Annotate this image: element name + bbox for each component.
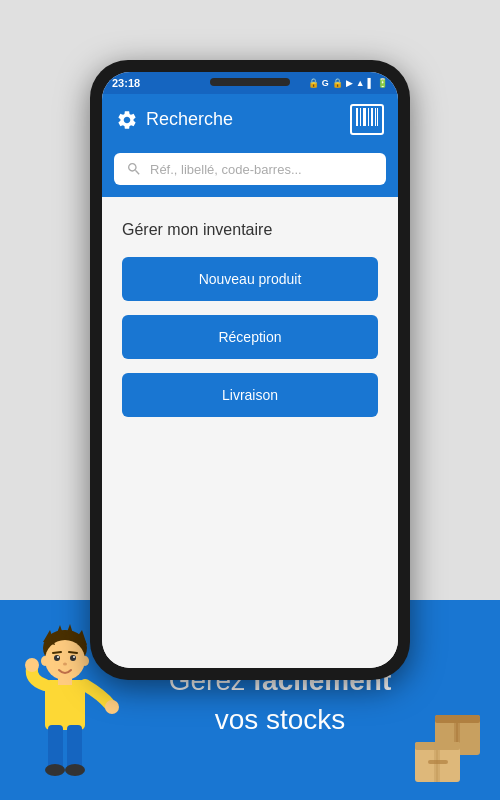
svg-rect-33 [360, 108, 361, 126]
svg-rect-16 [58, 675, 72, 685]
svg-rect-32 [356, 108, 358, 126]
main-content: Gérer mon inventaire Nouveau produit Réc… [102, 197, 398, 668]
app-bar-left: Recherche [116, 109, 233, 131]
svg-point-21 [45, 764, 65, 776]
phone-outer: 23:18 🔒 G 🔒 ▶ ▲ ▌ 🔋 Recherche [90, 60, 410, 680]
app-bar: Recherche [102, 94, 398, 145]
svg-line-11 [69, 652, 77, 653]
box-illustration [410, 710, 490, 790]
phone-device: 23:18 🔒 G 🔒 ▶ ▲ ▌ 🔋 Recherche [90, 120, 410, 680]
svg-point-17 [25, 658, 39, 672]
nouveau-produit-button[interactable]: Nouveau produit [122, 257, 378, 301]
svg-point-9 [73, 656, 75, 658]
signal-icon: ▌ [368, 78, 374, 88]
svg-rect-35 [368, 108, 369, 126]
svg-point-7 [70, 655, 76, 661]
phone-screen: 23:18 🔒 G 🔒 ▶ ▲ ▌ 🔋 Recherche [102, 72, 398, 668]
svg-rect-31 [428, 760, 448, 764]
search-container: Réf., libellé, code-barres... [102, 145, 398, 197]
reception-button[interactable]: Réception [122, 315, 378, 359]
svg-point-22 [65, 764, 85, 776]
sd-icon: 🔒 [332, 78, 343, 88]
banner-line2: vos stocks [169, 700, 392, 739]
svg-point-14 [81, 656, 89, 666]
lock-icon: 🔒 [308, 78, 319, 88]
gear-icon[interactable] [116, 109, 138, 131]
phone-speaker [210, 78, 290, 86]
barcode-icon[interactable] [350, 104, 384, 135]
svg-rect-20 [67, 725, 82, 770]
svg-rect-34 [363, 108, 366, 126]
google-icon: G [322, 78, 329, 88]
play-icon: ▶ [346, 78, 353, 88]
svg-point-18 [105, 700, 119, 714]
svg-point-8 [57, 656, 59, 658]
svg-line-10 [53, 652, 61, 653]
app-title: Recherche [146, 109, 233, 130]
search-icon [126, 161, 142, 177]
svg-point-6 [54, 655, 60, 661]
svg-point-12 [63, 663, 67, 666]
svg-rect-19 [48, 725, 63, 770]
wifi-icon: ▲ [356, 78, 365, 88]
search-placeholder: Réf., libellé, code-barres... [150, 162, 302, 177]
svg-rect-15 [45, 680, 85, 730]
status-time: 23:18 [112, 77, 140, 89]
section-title: Gérer mon inventaire [122, 221, 272, 239]
search-box[interactable]: Réf., libellé, code-barres... [114, 153, 386, 185]
svg-point-13 [41, 656, 49, 666]
svg-rect-36 [371, 108, 373, 126]
svg-rect-38 [377, 108, 378, 126]
svg-rect-37 [375, 108, 376, 126]
battery-icon: 🔋 [377, 78, 388, 88]
livraison-button[interactable]: Livraison [122, 373, 378, 417]
status-icons: 🔒 G 🔒 ▶ ▲ ▌ 🔋 [308, 78, 388, 88]
